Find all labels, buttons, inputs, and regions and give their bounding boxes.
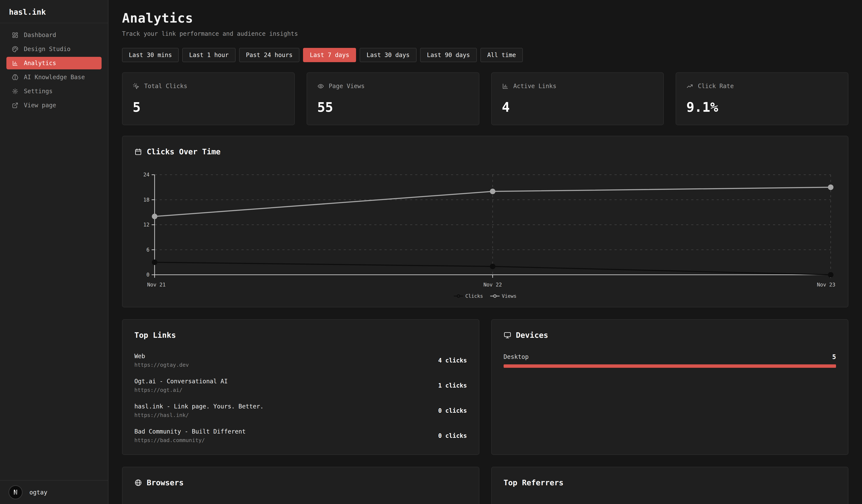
link-title: Ogt.ai - Conversational AI	[134, 378, 227, 385]
stat-card-page-views: Page Views 55	[306, 72, 479, 125]
app-logo: hasl.ink	[0, 0, 108, 23]
stat-card-active-links: Active Links 4	[491, 72, 664, 125]
sidebar-item-analytics[interactable]: Analytics	[6, 57, 102, 69]
filter-last-30-mins[interactable]: Last 30 mins	[122, 48, 179, 62]
stat-value: 4	[502, 100, 653, 115]
stat-card-total-clicks: Total Clicks 5	[122, 72, 295, 125]
stat-label: Page Views	[329, 83, 365, 90]
sidebar: hasl.ink Dashboard Design Studio Analyti…	[0, 0, 108, 504]
sidebar-item-settings[interactable]: Settings	[6, 85, 102, 97]
legend-marker-icon	[490, 294, 499, 298]
main-content: Analytics Track your link performance an…	[108, 0, 862, 504]
link-url: https://bad.community/	[134, 437, 246, 443]
link-clicks-count: 0 clicks	[438, 432, 467, 439]
chart-legend: ClicksViews	[134, 293, 836, 299]
settings-icon	[12, 88, 18, 94]
stat-card-click-rate: Click Rate 9.1%	[676, 72, 848, 125]
top-links-title: Top Links	[134, 331, 176, 340]
device-label: Desktop	[504, 353, 529, 360]
calendar-icon	[134, 148, 142, 156]
svg-text:6: 6	[146, 247, 149, 253]
page-subtitle: Track your link performance and audience…	[122, 30, 848, 37]
stat-label: Click Rate	[698, 83, 734, 90]
line-chart: 06121824Nov 21Nov 22Nov 23	[134, 168, 836, 292]
link-row[interactable]: Bad Community - Built Different https://…	[134, 428, 467, 443]
mid-grid: Top Links Web https://ogtay.dev 4 clicks…	[122, 319, 848, 455]
top-links-card: Top Links Web https://ogtay.dev 4 clicks…	[122, 319, 479, 455]
stat-label: Total Clicks	[144, 83, 187, 90]
stat-value: 5	[133, 100, 284, 115]
link-url: https://hasl.ink/	[134, 412, 264, 418]
link-clicks-count: 0 clicks	[438, 407, 467, 414]
monitor-icon	[504, 331, 511, 339]
palette-icon	[12, 46, 18, 52]
filter-past-24-hours[interactable]: Past 24 hours	[239, 48, 299, 62]
link-row[interactable]: Web https://ogtay.dev 4 clicks	[134, 353, 467, 368]
app-root: hasl.ink Dashboard Design Studio Analyti…	[0, 0, 862, 504]
link-row[interactable]: Ogt.ai - Conversational AI https://ogt.a…	[134, 378, 467, 393]
stat-value: 9.1%	[686, 100, 838, 115]
stat-value: 55	[317, 100, 469, 115]
svg-text:24: 24	[143, 172, 149, 178]
filter-last-7-days[interactable]: Last 7 days	[303, 48, 356, 62]
click-icon	[133, 83, 140, 90]
filter-last-90-days[interactable]: Last 90 days	[420, 48, 477, 62]
chart-card-header: Clicks Over Time	[134, 147, 836, 156]
link-clicks-count: 4 clicks	[438, 357, 467, 364]
link-clicks-count: 1 clicks	[438, 382, 467, 389]
link-url: https://ogtay.dev	[134, 362, 189, 368]
globe-icon	[134, 479, 142, 487]
sidebar-nav: Dashboard Design Studio Analytics AI Kno…	[0, 23, 108, 480]
browsers-title: Browsers	[147, 478, 184, 487]
avatar: N	[9, 485, 23, 499]
clicks-over-time-svg: 06121824Nov 21Nov 22Nov 23	[134, 168, 837, 291]
top-referrers-title: Top Referrers	[504, 478, 564, 487]
dashboard-icon	[12, 32, 18, 38]
bar-chart-icon	[502, 83, 509, 90]
device-bar	[504, 364, 836, 368]
link-title: hasl.ink - Link page. Yours. Better.	[134, 403, 264, 410]
svg-text:Nov 23: Nov 23	[817, 282, 835, 288]
browsers-card: Browsers	[122, 467, 479, 504]
link-title: Bad Community - Built Different	[134, 428, 246, 435]
top-referrers-card: Top Referrers	[491, 467, 849, 504]
link-url: https://ogt.ai/	[134, 387, 227, 393]
external-link-icon	[12, 102, 18, 108]
svg-text:0: 0	[146, 272, 149, 278]
legend-views: Views	[490, 293, 517, 299]
legend-marker-icon	[454, 294, 463, 298]
chart-card-title: Clicks Over Time	[147, 147, 221, 156]
user-footer[interactable]: N ogtay	[0, 480, 108, 504]
sidebar-item-view-page[interactable]: View page	[6, 99, 102, 111]
device-row: Desktop 5	[504, 353, 836, 368]
eye-icon	[317, 83, 324, 90]
page-title: Analytics	[122, 11, 848, 26]
svg-text:Nov 22: Nov 22	[483, 282, 502, 288]
legend-clicks: Clicks	[454, 293, 483, 299]
time-range-filters: Last 30 minsLast 1 hourPast 24 hoursLast…	[122, 48, 848, 62]
filter-all-time[interactable]: All time	[480, 48, 523, 62]
brain-icon	[12, 74, 18, 80]
device-value: 5	[832, 353, 836, 360]
bottom-grid: Browsers Top Referrers	[122, 467, 848, 504]
link-row[interactable]: hasl.ink - Link page. Yours. Better. htt…	[134, 403, 467, 418]
sidebar-item-ai-knowledge-base[interactable]: AI Knowledge Base	[6, 71, 102, 83]
trending-up-icon	[686, 83, 693, 90]
filter-last-1-hour[interactable]: Last 1 hour	[182, 48, 235, 62]
devices-list: Desktop 5	[504, 353, 836, 368]
link-title: Web	[134, 353, 189, 360]
devices-title: Devices	[516, 331, 548, 340]
devices-card: Devices Desktop 5	[491, 319, 849, 455]
device-bar-track	[504, 364, 836, 368]
analytics-icon	[12, 60, 18, 66]
clicks-over-time-card: Clicks Over Time 06121824Nov 21Nov 22Nov…	[122, 136, 848, 307]
svg-text:18: 18	[143, 197, 149, 203]
username: ogtay	[29, 489, 47, 496]
svg-text:12: 12	[143, 222, 149, 228]
sidebar-item-design-studio[interactable]: Design Studio	[6, 43, 102, 55]
sidebar-item-dashboard[interactable]: Dashboard	[6, 29, 102, 41]
filter-last-30-days[interactable]: Last 30 days	[360, 48, 416, 62]
svg-text:Nov 21: Nov 21	[147, 282, 166, 288]
top-links-list: Web https://ogtay.dev 4 clicks Ogt.ai - …	[134, 353, 467, 443]
stat-label: Active Links	[513, 83, 557, 90]
